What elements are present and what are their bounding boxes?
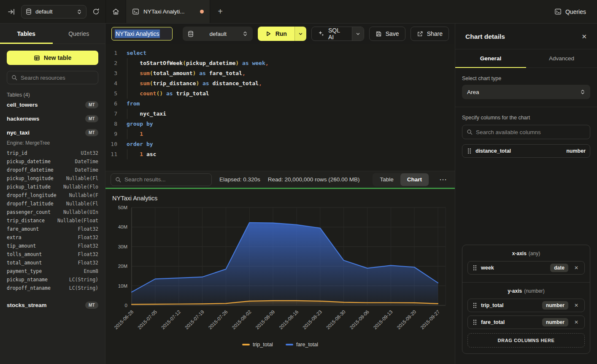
tab-home[interactable] xyxy=(105,0,126,23)
sidebar-search-input[interactable] xyxy=(21,75,95,81)
column-type: UInt32 xyxy=(81,149,98,157)
save-button[interactable]: Save xyxy=(369,27,405,41)
collapse-sidebar-icon[interactable] xyxy=(8,8,15,16)
code-line[interactable]: 1 xyxy=(122,129,455,139)
legend-item[interactable]: fare_total xyxy=(286,342,318,348)
column-name: trip_id xyxy=(7,149,27,157)
sidebar: Tables Queries New table Tables (4) cell… xyxy=(0,24,105,364)
more-options-icon[interactable]: ⋯ xyxy=(437,178,450,182)
sql-editor[interactable]: 1234567891011 select toStartOfWeek(picku… xyxy=(105,44,455,171)
line-number: 2 xyxy=(109,58,117,68)
queries-button[interactable]: Queries xyxy=(550,4,590,19)
query-toolbar: NYTaxi Analytics default Run xyxy=(105,24,455,44)
column-chip-trip_total[interactable]: trip_totalnumber✕ xyxy=(467,299,585,312)
drag-handle-icon xyxy=(473,302,477,308)
remove-icon[interactable]: ✕ xyxy=(573,319,580,325)
code-line[interactable]: group by xyxy=(122,119,455,129)
column-type: DateTime xyxy=(75,157,98,166)
drag-handle-icon xyxy=(473,319,477,325)
code-line[interactable]: count() as trip_total xyxy=(122,89,455,99)
sql-ai-button[interactable]: SQL AI xyxy=(311,27,364,41)
code-line[interactable]: sum(total_amount) as fare_total, xyxy=(122,68,455,78)
run-button[interactable]: Run xyxy=(258,27,306,41)
view-toggle-chart[interactable]: Chart xyxy=(400,173,429,186)
tab-query[interactable]: NYTaxi Analyti... xyxy=(126,0,210,23)
column-type: Float32 xyxy=(78,242,98,250)
svg-text:2015-07-12: 2015-07-12 xyxy=(160,309,181,330)
indent-guide xyxy=(127,129,127,139)
code-line[interactable]: nyc_taxi xyxy=(122,109,455,119)
column-chip-fare_total[interactable]: fare_totalnumber✕ xyxy=(467,315,585,329)
topbar-left-cluster: default xyxy=(0,0,105,23)
run-button-main[interactable]: Run xyxy=(258,27,294,41)
database-selector[interactable]: default xyxy=(21,5,86,19)
svg-text:2015-06-28: 2015-06-28 xyxy=(113,309,134,330)
editor-code[interactable]: select toStartOfWeek(pickup_datetime) as… xyxy=(122,48,455,171)
new-tab-button[interactable]: + xyxy=(210,0,230,23)
view-toggle-table[interactable]: Table xyxy=(373,173,400,186)
code-line[interactable]: order by xyxy=(122,139,455,149)
panel-tab-advanced[interactable]: Advanced xyxy=(526,49,597,67)
table-row[interactable]: cell_towersMT xyxy=(7,98,98,112)
sparkles-icon xyxy=(318,30,324,37)
line-number: 7 xyxy=(109,109,117,119)
refresh-icon[interactable] xyxy=(92,8,100,15)
sql-ai-label: SQL AI xyxy=(328,27,346,40)
code-line[interactable]: sum(trip_distance) as distance_total, xyxy=(122,78,455,89)
sidebar-tab-queries[interactable]: Queries xyxy=(53,24,105,43)
column-row: fare_amountFloat32 xyxy=(7,225,98,233)
sidebar-search[interactable] xyxy=(7,71,98,84)
main-area: NYTaxi Analytics default Run xyxy=(105,24,455,364)
column-type: DateTime xyxy=(75,166,98,174)
sql-ai-button-main[interactable]: SQL AI xyxy=(312,27,352,40)
svg-text:2015-08-02: 2015-08-02 xyxy=(231,309,252,330)
code-line[interactable]: select xyxy=(122,48,455,58)
indent-guide xyxy=(127,149,127,159)
table-row[interactable]: nyc_taxiMT xyxy=(7,126,98,140)
column-chip-distance_total[interactable]: distance_totalnumber xyxy=(462,144,590,158)
svg-text:20M: 20M xyxy=(118,264,127,269)
columns-search[interactable] xyxy=(462,125,590,139)
database-icon xyxy=(188,31,194,37)
close-icon[interactable]: ✕ xyxy=(581,33,587,40)
query-title-input[interactable]: NYTaxi Analytics xyxy=(111,27,173,40)
legend-label: trip_total xyxy=(253,342,273,348)
run-options-caret[interactable] xyxy=(294,27,306,41)
column-name: pickup_longitude xyxy=(7,174,54,183)
code-line[interactable]: from xyxy=(122,99,455,109)
column-name: trip_distance xyxy=(7,216,45,225)
code-line[interactable]: 1 asc xyxy=(122,149,455,159)
sql-ai-caret[interactable] xyxy=(352,27,363,40)
line-number: 5 xyxy=(109,89,117,99)
new-table-button[interactable]: New table xyxy=(7,51,98,65)
svg-text:2015-09-13: 2015-09-13 xyxy=(373,309,394,330)
panel-tabs: General Advanced xyxy=(455,49,597,68)
share-button[interactable]: Share xyxy=(411,27,449,41)
sidebar-tab-tables[interactable]: Tables xyxy=(0,24,53,43)
column-type: LC(String) xyxy=(69,275,98,284)
results-search[interactable] xyxy=(111,173,212,186)
remove-icon[interactable]: ✕ xyxy=(573,302,580,308)
chart-type-select[interactable]: Area xyxy=(462,85,590,99)
svg-text:2015-09-20: 2015-09-20 xyxy=(396,309,417,330)
column-chip-week[interactable]: weekdate✕ xyxy=(467,261,585,275)
column-type: Nullable(Fl xyxy=(66,174,98,183)
run-database-selector[interactable]: default xyxy=(183,27,253,41)
svg-text:2015-08-16: 2015-08-16 xyxy=(278,309,299,330)
line-number: 4 xyxy=(109,78,117,89)
updown-chevron-icon xyxy=(580,89,585,95)
column-chip-name: fare_total xyxy=(481,319,538,325)
columns-search-input[interactable] xyxy=(476,129,586,135)
drop-zone[interactable]: DRAG COLUMNS HERE xyxy=(467,333,585,348)
line-number: 6 xyxy=(109,99,117,109)
table-row[interactable]: stocks_streamMT xyxy=(7,298,98,312)
legend-item[interactable]: trip_total xyxy=(242,342,273,348)
panel-tab-general[interactable]: General xyxy=(455,49,526,67)
panel-title: Chart details xyxy=(465,33,505,40)
results-search-input[interactable] xyxy=(124,176,207,183)
table-row[interactable]: hackernewsMT xyxy=(7,112,98,126)
remove-icon[interactable]: ✕ xyxy=(573,265,580,271)
svg-text:2015-07-26: 2015-07-26 xyxy=(208,309,229,330)
column-type: Nullable(F xyxy=(69,191,98,200)
code-line[interactable]: toStartOfWeek(pickup_datetime) as week, xyxy=(122,58,455,68)
